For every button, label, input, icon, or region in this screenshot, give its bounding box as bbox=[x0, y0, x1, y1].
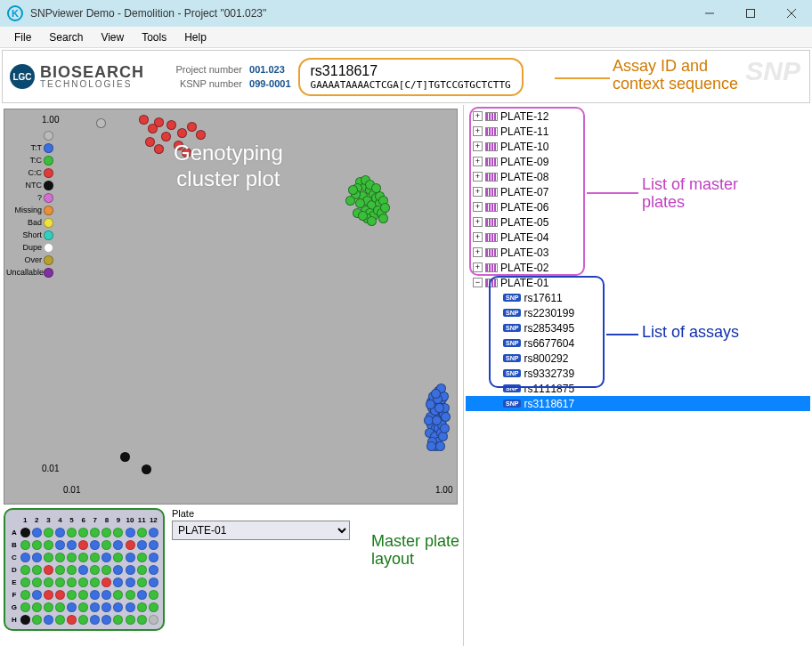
assay-tree-item[interactable]: SNPrs9332739 bbox=[466, 366, 810, 381]
well[interactable] bbox=[137, 590, 147, 600]
well[interactable] bbox=[149, 577, 158, 587]
menu-view[interactable]: View bbox=[92, 29, 133, 45]
close-button[interactable] bbox=[771, 0, 812, 27]
assay-tree-item[interactable]: SNPrs1111875 bbox=[466, 381, 810, 396]
well[interactable] bbox=[44, 590, 53, 600]
well[interactable] bbox=[90, 528, 100, 537]
well[interactable] bbox=[137, 540, 147, 550]
well[interactable] bbox=[149, 553, 158, 562]
cluster-plot[interactable]: T:TT:CC:CNTC?MissingBadShortDupeOverUnca… bbox=[4, 109, 458, 505]
well[interactable] bbox=[32, 602, 42, 612]
data-point[interactable] bbox=[177, 128, 187, 138]
well[interactable] bbox=[32, 528, 42, 537]
expand-icon[interactable]: + bbox=[473, 217, 483, 227]
assay-tree-item[interactable]: SNPrs2230199 bbox=[466, 305, 810, 320]
expand-icon[interactable]: + bbox=[473, 141, 483, 151]
well[interactable] bbox=[20, 540, 30, 550]
data-point[interactable] bbox=[434, 403, 444, 413]
well[interactable] bbox=[102, 602, 111, 612]
well[interactable] bbox=[126, 590, 135, 600]
plate-tree-item[interactable]: +PLATE-04 bbox=[466, 230, 810, 245]
plate-layout-grid[interactable]: 123456789101112ABCDEFGH bbox=[4, 508, 165, 631]
data-point[interactable] bbox=[440, 424, 450, 433]
well[interactable] bbox=[113, 602, 123, 612]
well[interactable] bbox=[67, 590, 77, 600]
well[interactable] bbox=[78, 577, 88, 587]
well[interactable] bbox=[78, 602, 88, 612]
well[interactable] bbox=[126, 528, 135, 537]
well[interactable] bbox=[20, 602, 30, 612]
well[interactable] bbox=[55, 528, 65, 537]
well[interactable] bbox=[137, 602, 147, 612]
well[interactable] bbox=[78, 565, 88, 575]
well[interactable] bbox=[32, 553, 42, 562]
plate-tree-item[interactable]: +PLATE-09 bbox=[466, 154, 810, 169]
data-point[interactable] bbox=[187, 122, 197, 132]
assay-tree-item[interactable]: SNPrs3118617 bbox=[466, 396, 810, 411]
well[interactable] bbox=[55, 565, 65, 575]
well[interactable] bbox=[113, 590, 123, 600]
well[interactable] bbox=[149, 602, 158, 612]
well[interactable] bbox=[137, 615, 147, 625]
data-point[interactable] bbox=[345, 196, 355, 206]
plate-tree-item[interactable]: +PLATE-02 bbox=[466, 260, 810, 275]
maximize-button[interactable] bbox=[730, 0, 771, 27]
well[interactable] bbox=[102, 615, 111, 625]
expand-icon[interactable]: + bbox=[473, 172, 483, 182]
well[interactable] bbox=[44, 565, 53, 575]
well[interactable] bbox=[44, 577, 53, 587]
data-point[interactable] bbox=[166, 120, 176, 130]
well[interactable] bbox=[126, 577, 135, 587]
well[interactable] bbox=[102, 540, 111, 550]
well[interactable] bbox=[32, 565, 42, 575]
data-point[interactable] bbox=[371, 183, 381, 193]
well[interactable] bbox=[149, 565, 158, 575]
expand-icon[interactable]: + bbox=[473, 262, 483, 272]
data-point[interactable] bbox=[142, 464, 151, 474]
well[interactable] bbox=[90, 615, 100, 625]
well[interactable] bbox=[149, 540, 158, 550]
plate-tree-item[interactable]: +PLATE-08 bbox=[466, 169, 810, 184]
well[interactable] bbox=[149, 528, 158, 537]
well[interactable] bbox=[113, 577, 123, 587]
well[interactable] bbox=[126, 615, 135, 625]
expand-icon[interactable]: + bbox=[473, 232, 483, 242]
well[interactable] bbox=[78, 590, 88, 600]
well[interactable] bbox=[55, 602, 65, 612]
well[interactable] bbox=[32, 540, 42, 550]
well[interactable] bbox=[149, 615, 158, 625]
expand-icon[interactable]: + bbox=[473, 126, 483, 136]
data-point[interactable] bbox=[96, 118, 106, 128]
data-point[interactable] bbox=[161, 132, 171, 141]
well[interactable] bbox=[102, 590, 111, 600]
plate-tree-item[interactable]: +PLATE-06 bbox=[466, 199, 810, 214]
plate-tree-item[interactable]: +PLATE-10 bbox=[466, 139, 810, 154]
data-point[interactable] bbox=[367, 216, 377, 226]
well[interactable] bbox=[55, 553, 65, 562]
well[interactable] bbox=[32, 577, 42, 587]
well[interactable] bbox=[44, 615, 53, 625]
data-point[interactable] bbox=[431, 389, 441, 399]
well[interactable] bbox=[90, 565, 100, 575]
well[interactable] bbox=[149, 590, 158, 600]
well[interactable] bbox=[44, 602, 53, 612]
expand-icon[interactable]: + bbox=[473, 157, 483, 166]
well[interactable] bbox=[55, 577, 65, 587]
data-point[interactable] bbox=[355, 198, 365, 208]
well[interactable] bbox=[137, 565, 147, 575]
well[interactable] bbox=[102, 553, 111, 562]
well[interactable] bbox=[102, 528, 111, 537]
well[interactable] bbox=[113, 565, 123, 575]
plate-tree-item[interactable]: +PLATE-03 bbox=[466, 245, 810, 260]
menu-tools[interactable]: Tools bbox=[133, 29, 175, 45]
well[interactable] bbox=[126, 553, 135, 562]
well[interactable] bbox=[44, 553, 53, 562]
data-point[interactable] bbox=[148, 124, 158, 133]
well[interactable] bbox=[20, 590, 30, 600]
well[interactable] bbox=[67, 528, 77, 537]
well[interactable] bbox=[44, 528, 53, 537]
well[interactable] bbox=[102, 565, 111, 575]
well[interactable] bbox=[32, 590, 42, 600]
well[interactable] bbox=[90, 577, 100, 587]
well[interactable] bbox=[78, 553, 88, 562]
